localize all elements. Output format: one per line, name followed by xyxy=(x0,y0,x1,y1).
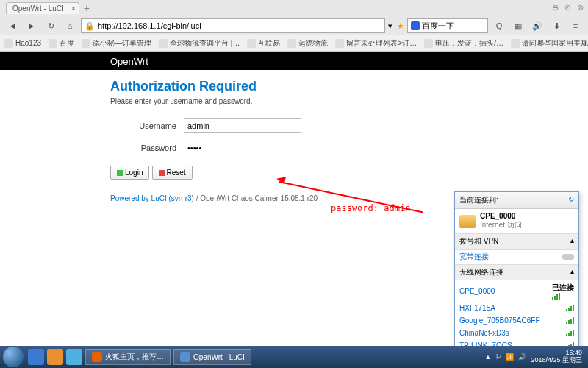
new-tab-button[interactable]: + xyxy=(84,2,90,14)
brand-title: OpenWrt xyxy=(110,56,148,67)
wifi-network-item[interactable]: CPE_0000 已连接 xyxy=(455,280,578,302)
reset-label: Reset xyxy=(167,169,186,177)
pinned-app-icon[interactable] xyxy=(47,349,63,365)
login-label: Login xyxy=(125,169,143,177)
wifi-name: ChinaNet-xD3s xyxy=(459,329,509,337)
task-label: OpenWrt - LuCI xyxy=(193,353,245,361)
close-window-icon[interactable]: ⊗ xyxy=(577,3,584,13)
page-title: Authorization Required xyxy=(110,79,478,94)
dial-item-label: 宽带连接 xyxy=(459,252,489,262)
download-icon[interactable]: ⬇ xyxy=(548,18,564,33)
connected-badge: 已连接 xyxy=(552,283,574,291)
start-button[interactable] xyxy=(3,347,24,367)
chevron-up-icon[interactable]: ▴ xyxy=(570,236,574,247)
page-content: OpenWrt Authorization Required Please en… xyxy=(0,52,588,211)
username-input[interactable] xyxy=(184,118,301,133)
browser-chrome: OpenWrt - LuCI × + ⊖ ⊙ ⊗ ◄ ► ↻ ⌂ 🔒 http:… xyxy=(0,0,588,52)
reload-button[interactable]: ↻ xyxy=(43,18,59,33)
bookmark-label: 电压，发蓝，插头/… xyxy=(435,38,503,49)
bookmark-label: 互联易 xyxy=(258,38,280,49)
bookmark-label: 运德物流 xyxy=(298,38,328,49)
check-icon xyxy=(117,170,123,176)
favicon-icon xyxy=(159,39,168,48)
bookmark-label: 全球物流查询平台 |… xyxy=(170,38,240,49)
sound-icon[interactable]: 🔊 xyxy=(529,18,545,33)
lock-icon: 🔒 xyxy=(85,21,95,31)
search-placeholder: 百度一下 xyxy=(422,21,454,32)
current-network-name: CPE_0000 xyxy=(480,212,522,220)
maximize-icon[interactable]: ⊙ xyxy=(564,3,571,13)
bookmark-item[interactable]: 运德物流 xyxy=(287,38,328,49)
password-label: Password xyxy=(110,144,184,152)
pinned-app-icon[interactable] xyxy=(66,349,82,365)
back-button[interactable]: ◄ xyxy=(4,18,21,33)
signal-icon xyxy=(566,317,574,324)
bookmark-item[interactable]: 请问哪些国家用美规… xyxy=(511,38,588,49)
bookmark-item[interactable]: 留言未处理列表>订… xyxy=(335,38,417,49)
annotation-text: password: admin xyxy=(331,203,410,213)
modem-icon xyxy=(562,254,574,260)
chevron-up-icon[interactable]: ▴ xyxy=(570,267,574,277)
url-bar[interactable]: 🔒 http://192.168.1.1/cgi-bin/luci xyxy=(81,18,385,33)
grid-icon[interactable]: ▦ xyxy=(510,18,526,33)
wifi-network-item[interactable]: ChinaNet-xD3s xyxy=(455,327,578,339)
menu-icon[interactable]: ≡ xyxy=(567,18,584,33)
url-text: http://192.168.1.1/cgi-bin/luci xyxy=(98,21,201,30)
flag-icon[interactable]: ⚐ xyxy=(495,353,501,361)
tray-icon[interactable]: ▲ xyxy=(485,353,492,361)
bookmark-item[interactable]: 电压，发蓝，插头/… xyxy=(424,38,503,49)
close-icon[interactable]: × xyxy=(71,4,76,13)
header-bar: OpenWrt xyxy=(0,52,588,70)
bookmark-item[interactable]: 全球物流查询平台 |… xyxy=(159,38,240,49)
bookmark-bar: Hao123 百度 添小秘—订单管理 全球物流查询平台 |… 互联易 运德物流 … xyxy=(0,35,588,52)
search-button[interactable]: Q xyxy=(491,18,507,33)
forward-button[interactable]: ► xyxy=(24,18,40,33)
wifi-name: Google_705B075AC6FF xyxy=(459,316,540,325)
favicon-icon xyxy=(511,39,520,48)
page-subtitle: Please enter your username and password. xyxy=(110,97,478,105)
footer-link[interactable]: Powered by LuCI (svn-r3) xyxy=(110,194,194,202)
bookmark-label: 请问哪些国家用美规… xyxy=(522,38,588,49)
dial-item[interactable]: 宽带连接 xyxy=(455,250,578,264)
favicon-icon xyxy=(4,39,13,48)
login-button[interactable]: Login xyxy=(110,166,149,180)
home-button[interactable]: ⌂ xyxy=(62,18,78,33)
favicon-icon xyxy=(49,39,57,48)
bookmark-item[interactable]: 添小秘—订单管理 xyxy=(82,38,151,49)
network-tray-icon[interactable]: 📶 xyxy=(506,353,514,361)
taskbar-task[interactable]: 火狐主页，推荐… xyxy=(85,349,171,365)
bookmark-label: 留言未处理列表>订… xyxy=(346,38,417,49)
bookmark-label: 添小秘—订单管理 xyxy=(93,38,151,49)
minimize-icon[interactable]: ⊖ xyxy=(552,3,559,13)
bookmark-item[interactable]: Hao123 xyxy=(4,39,41,48)
password-input[interactable] xyxy=(184,141,301,155)
wifi-name: CPE_0000 xyxy=(459,287,495,295)
task-label: 火狐主页，推荐… xyxy=(105,352,164,362)
search-box[interactable]: 百度一下 xyxy=(407,18,488,33)
popup-title: 当前连接到: xyxy=(459,195,498,205)
star-icon[interactable]: ★ xyxy=(397,21,404,31)
tab-bar: OpenWrt - LuCI × + ⊖ ⊙ ⊗ xyxy=(0,0,588,16)
reset-button[interactable]: Reset xyxy=(152,166,193,180)
volume-icon[interactable]: 🔊 xyxy=(518,353,526,361)
browser-tab[interactable]: OpenWrt - LuCI × xyxy=(6,2,79,14)
bookmark-item[interactable]: 互联易 xyxy=(247,38,280,49)
clock-date: 2018/4/25 星期三 xyxy=(531,357,582,364)
taskbar-task[interactable]: OpenWrt - LuCI xyxy=(173,349,251,365)
pinned-app-icon[interactable] xyxy=(28,349,44,365)
favicon-icon xyxy=(287,39,296,48)
favicon-icon xyxy=(335,39,344,48)
wifi-network-item[interactable]: HXF1715A xyxy=(455,302,578,314)
bookmark-label: Hao123 xyxy=(15,39,41,47)
bookmark-item[interactable]: 百度 xyxy=(49,38,74,49)
username-label: Username xyxy=(110,121,184,130)
signal-icon xyxy=(552,293,574,300)
favicon-icon xyxy=(82,39,90,48)
current-network-status: Internet 访问 xyxy=(480,220,522,230)
section-dial: 拨号和 VPN xyxy=(459,236,498,247)
dropdown-icon[interactable]: ▾ xyxy=(388,21,392,31)
baidu-icon xyxy=(411,21,420,30)
refresh-icon[interactable]: ↻ xyxy=(568,195,574,205)
wifi-network-item[interactable]: Google_705B075AC6FF xyxy=(455,314,578,327)
clock[interactable]: 15:49 2018/4/25 星期三 xyxy=(531,350,582,364)
